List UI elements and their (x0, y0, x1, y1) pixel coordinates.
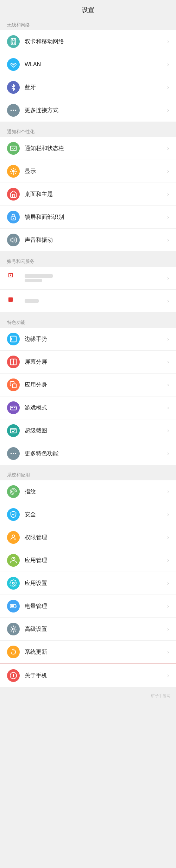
page-header: 设置 (0, 0, 176, 18)
display-icon (10, 167, 17, 175)
fingerprint-icon (10, 488, 17, 495)
menu-item-display[interactable]: 显示 › (0, 160, 176, 183)
lock-icon (10, 213, 17, 221)
menu-item-update[interactable]: 系统更新 › (0, 641, 176, 664)
notif-chevron: › (167, 145, 169, 152)
section-header-features: 特色功能 (0, 316, 176, 328)
menu-item-battery[interactable]: 电量管理 › (0, 595, 176, 618)
svg-point-11 (13, 218, 14, 219)
section-wireless: 无线和网络 双卡和移动网络 › (0, 18, 176, 122)
account1-info (25, 274, 164, 282)
account2-chevron: › (167, 298, 169, 304)
svg-rect-8 (11, 146, 17, 151)
game-chevron: › (167, 405, 169, 411)
desktop-label: 桌面和主题 (25, 191, 164, 198)
bt-icon-wrap (7, 81, 20, 94)
menu-item-screenshot[interactable]: 超级截图 › (0, 419, 176, 442)
svg-rect-17 (11, 336, 17, 342)
security-icon (10, 511, 17, 518)
more-connect-chevron: › (167, 107, 169, 113)
display-chevron: › (167, 168, 169, 174)
advanced-chevron: › (167, 626, 169, 632)
svg-rect-22 (11, 429, 17, 433)
section-personalize: 通知和个性化 通知栏和状态栏 › 显示 › (0, 125, 176, 251)
svg-point-26 (12, 535, 14, 537)
section-account: 账号和云服务 › (0, 255, 176, 312)
appmanage-chevron: › (167, 557, 169, 564)
sim-icon-wrap (7, 35, 20, 48)
clone-icon (10, 381, 17, 389)
permission-chevron: › (167, 534, 169, 541)
menu-item-lock[interactable]: 锁屏和面部识别 › (0, 206, 176, 229)
svg-point-6 (13, 110, 14, 111)
menu-item-account1[interactable]: › (0, 267, 176, 290)
svg-marker-12 (10, 238, 13, 242)
advanced-label: 高级设置 (25, 626, 164, 633)
svg-point-25 (15, 453, 17, 454)
display-label: 显示 (25, 168, 164, 175)
menu-item-appsetting[interactable]: 应用设置 › (0, 572, 176, 595)
menu-item-game[interactable]: 游戏模式 › (0, 396, 176, 419)
sim-label: 双卡和移动网络 (25, 38, 164, 45)
menu-item-clone[interactable]: 应用分身 › (0, 374, 176, 396)
wifi-icon (10, 61, 17, 68)
wifi-chevron: › (167, 61, 169, 68)
edge-label: 边缘手势 (25, 335, 164, 343)
split-icon (10, 358, 17, 366)
menu-item-about[interactable]: 关于手机 › (0, 664, 176, 687)
advanced-icon-wrap (7, 623, 20, 635)
fingerprint-label: 指纹 (25, 488, 164, 495)
menu-item-security[interactable]: 安全 › (0, 503, 176, 526)
more-connect-icon (10, 106, 17, 114)
menu-item-appmanage[interactable]: 应用管理 › (0, 549, 176, 572)
menu-item-wifi[interactable]: WLAN › (0, 53, 176, 76)
edge-icon (10, 335, 17, 343)
account2-icon-wrap (7, 295, 20, 307)
svg-point-30 (12, 628, 14, 630)
svg-rect-16 (8, 297, 13, 302)
svg-rect-29 (11, 605, 14, 607)
watermark: 矿子手游网 (0, 690, 176, 701)
menu-item-more-feat[interactable]: 更多特色功能 › (0, 442, 176, 465)
menu-item-split[interactable]: 屏幕分屏 › (0, 351, 176, 374)
svg-rect-2 (14, 42, 15, 43)
desktop-chevron: › (167, 191, 169, 197)
menu-item-advanced[interactable]: 高级设置 › (0, 618, 176, 641)
svg-rect-21 (12, 384, 16, 388)
account2-username (25, 299, 39, 303)
more-connect-label: 更多连接方式 (25, 107, 164, 114)
permission-icon (10, 534, 17, 541)
section-features: 特色功能 边缘手势 › 屏幕分屏 › (0, 316, 176, 465)
wifi-icon-wrap (7, 58, 20, 71)
appmanage-label: 应用管理 (25, 557, 164, 564)
appmanage-icon-wrap (7, 554, 20, 567)
menu-item-fingerprint[interactable]: 指纹 › (0, 480, 176, 503)
menu-item-desktop[interactable]: 桌面和主题 › (0, 183, 176, 206)
menu-item-more-connect[interactable]: 更多连接方式 › (0, 99, 176, 122)
update-icon (10, 648, 17, 656)
svg-point-20 (13, 361, 14, 363)
menu-item-bluetooth[interactable]: 蓝牙 › (0, 76, 176, 99)
account2-icon (7, 295, 20, 307)
section-group-account: › › (0, 267, 176, 312)
clone-label: 应用分身 (25, 381, 164, 389)
menu-item-sim[interactable]: 双卡和移动网络 › (0, 30, 176, 53)
sound-chevron: › (167, 237, 169, 243)
menu-item-permission[interactable]: 权限管理 › (0, 526, 176, 549)
appsetting-icon (10, 579, 17, 587)
menu-item-notification[interactable]: 通知栏和状态栏 › (0, 137, 176, 160)
sound-icon-wrap (7, 234, 20, 246)
lock-icon-wrap (7, 211, 20, 223)
about-icon (10, 672, 17, 679)
menu-item-account2[interactable]: › (0, 290, 176, 312)
svg-point-9 (12, 170, 14, 172)
section-group-features: 边缘手势 › 屏幕分屏 › 应用分身 › (0, 328, 176, 465)
menu-item-sound[interactable]: 声音和振动 › (0, 229, 176, 251)
menu-item-edge[interactable]: 边缘手势 › (0, 328, 176, 351)
section-header-wireless: 无线和网络 (0, 18, 176, 30)
section-header-account: 账号和云服务 (0, 255, 176, 267)
svg-rect-0 (11, 38, 16, 45)
screenshot-icon-wrap (7, 424, 20, 437)
battery-chevron: › (167, 603, 169, 609)
notif-icon-wrap (7, 142, 20, 155)
